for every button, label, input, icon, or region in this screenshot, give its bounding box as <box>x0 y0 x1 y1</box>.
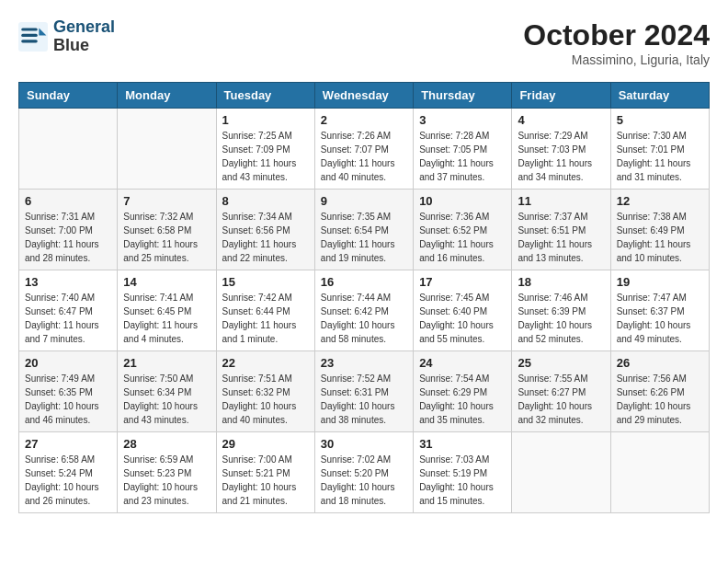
day-info: Sunrise: 7:49 AM Sunset: 6:35 PM Dayligh… <box>25 372 111 427</box>
day-info: Sunrise: 7:36 AM Sunset: 6:52 PM Dayligh… <box>419 210 506 265</box>
day-info: Sunrise: 7:40 AM Sunset: 6:47 PM Dayligh… <box>25 291 111 346</box>
day-number: 13 <box>25 275 111 289</box>
day-number: 27 <box>25 437 111 451</box>
day-info: Sunrise: 7:02 AM Sunset: 5:20 PM Dayligh… <box>321 453 407 508</box>
calendar-cell: 16Sunrise: 7:44 AM Sunset: 6:42 PM Dayli… <box>314 270 413 351</box>
calendar-cell: 20Sunrise: 7:49 AM Sunset: 6:35 PM Dayli… <box>19 351 118 432</box>
day-info: Sunrise: 7:30 AM Sunset: 7:01 PM Dayligh… <box>617 129 703 184</box>
calendar-cell: 4Sunrise: 7:29 AM Sunset: 7:03 PM Daylig… <box>512 109 610 190</box>
day-number: 20 <box>25 356 111 370</box>
weekday-header-tuesday: Tuesday <box>216 83 314 109</box>
calendar-cell <box>512 432 610 513</box>
day-number: 23 <box>321 356 407 370</box>
month-title: October 2024 <box>523 18 710 52</box>
day-number: 3 <box>419 113 506 127</box>
weekday-header-sunday: Sunday <box>19 83 118 109</box>
day-info: Sunrise: 7:44 AM Sunset: 6:42 PM Dayligh… <box>321 291 407 346</box>
day-number: 26 <box>617 356 703 370</box>
day-number: 6 <box>25 194 111 208</box>
day-info: Sunrise: 7:42 AM Sunset: 6:44 PM Dayligh… <box>222 291 309 346</box>
day-info: Sunrise: 7:37 AM Sunset: 6:51 PM Dayligh… <box>518 210 604 265</box>
svg-rect-2 <box>21 28 38 30</box>
calendar-cell: 13Sunrise: 7:40 AM Sunset: 6:47 PM Dayli… <box>19 270 118 351</box>
calendar-cell: 24Sunrise: 7:54 AM Sunset: 6:29 PM Dayli… <box>414 351 512 432</box>
calendar-cell: 5Sunrise: 7:30 AM Sunset: 7:01 PM Daylig… <box>610 109 709 190</box>
day-info: Sunrise: 7:03 AM Sunset: 5:19 PM Dayligh… <box>419 453 506 508</box>
day-info: Sunrise: 7:00 AM Sunset: 5:21 PM Dayligh… <box>222 453 309 508</box>
weekday-header-row: SundayMondayTuesdayWednesdayThursdayFrid… <box>19 83 710 109</box>
day-number: 8 <box>222 194 309 208</box>
calendar-week-2: 6Sunrise: 7:31 AM Sunset: 7:00 PM Daylig… <box>19 190 710 270</box>
calendar-week-4: 20Sunrise: 7:49 AM Sunset: 6:35 PM Dayli… <box>19 351 710 432</box>
day-number: 4 <box>518 113 604 127</box>
calendar-cell: 7Sunrise: 7:32 AM Sunset: 6:58 PM Daylig… <box>118 190 216 270</box>
calendar-table: SundayMondayTuesdayWednesdayThursdayFrid… <box>18 82 710 513</box>
logo-icon <box>18 22 48 52</box>
day-number: 17 <box>419 275 506 289</box>
day-info: Sunrise: 7:47 AM Sunset: 6:37 PM Dayligh… <box>617 291 703 346</box>
calendar-cell: 27Sunrise: 6:58 AM Sunset: 5:24 PM Dayli… <box>19 432 118 513</box>
day-info: Sunrise: 7:46 AM Sunset: 6:39 PM Dayligh… <box>518 291 604 346</box>
day-info: Sunrise: 7:52 AM Sunset: 6:31 PM Dayligh… <box>321 372 407 427</box>
day-number: 2 <box>321 113 407 127</box>
calendar-cell: 9Sunrise: 7:35 AM Sunset: 6:54 PM Daylig… <box>314 190 413 270</box>
day-number: 19 <box>617 275 703 289</box>
calendar-cell: 14Sunrise: 7:41 AM Sunset: 6:45 PM Dayli… <box>118 270 216 351</box>
calendar-cell: 19Sunrise: 7:47 AM Sunset: 6:37 PM Dayli… <box>610 270 709 351</box>
weekday-header-saturday: Saturday <box>610 83 709 109</box>
day-number: 22 <box>222 356 309 370</box>
calendar-cell: 30Sunrise: 7:02 AM Sunset: 5:20 PM Dayli… <box>314 432 413 513</box>
day-number: 1 <box>222 113 309 127</box>
calendar-cell: 31Sunrise: 7:03 AM Sunset: 5:19 PM Dayli… <box>414 432 512 513</box>
calendar-cell: 28Sunrise: 6:59 AM Sunset: 5:23 PM Dayli… <box>118 432 216 513</box>
weekday-header-friday: Friday <box>512 83 610 109</box>
day-info: Sunrise: 7:50 AM Sunset: 6:34 PM Dayligh… <box>123 372 210 427</box>
calendar-cell: 6Sunrise: 7:31 AM Sunset: 7:00 PM Daylig… <box>19 190 118 270</box>
calendar-week-3: 13Sunrise: 7:40 AM Sunset: 6:47 PM Dayli… <box>19 270 710 351</box>
page-header: General Blue October 2024 Massimino, Lig… <box>18 18 710 67</box>
calendar-cell <box>19 109 118 190</box>
day-number: 14 <box>123 275 210 289</box>
calendar-cell: 3Sunrise: 7:28 AM Sunset: 7:05 PM Daylig… <box>414 109 512 190</box>
calendar-cell: 29Sunrise: 7:00 AM Sunset: 5:21 PM Dayli… <box>216 432 314 513</box>
weekday-header-thursday: Thursday <box>414 83 512 109</box>
day-number: 31 <box>419 437 506 451</box>
day-info: Sunrise: 6:58 AM Sunset: 5:24 PM Dayligh… <box>25 453 111 508</box>
day-number: 10 <box>419 194 506 208</box>
day-info: Sunrise: 7:38 AM Sunset: 6:49 PM Dayligh… <box>617 210 703 265</box>
day-info: Sunrise: 7:56 AM Sunset: 6:26 PM Dayligh… <box>617 372 703 427</box>
calendar-cell: 18Sunrise: 7:46 AM Sunset: 6:39 PM Dayli… <box>512 270 610 351</box>
day-number: 25 <box>518 356 604 370</box>
calendar-week-5: 27Sunrise: 6:58 AM Sunset: 5:24 PM Dayli… <box>19 432 710 513</box>
calendar-cell: 23Sunrise: 7:52 AM Sunset: 6:31 PM Dayli… <box>314 351 413 432</box>
logo: General Blue <box>18 18 115 55</box>
day-number: 21 <box>123 356 210 370</box>
calendar-cell: 22Sunrise: 7:51 AM Sunset: 6:32 PM Dayli… <box>216 351 314 432</box>
day-number: 29 <box>222 437 309 451</box>
logo-text: General Blue <box>53 18 115 55</box>
day-number: 5 <box>617 113 703 127</box>
day-info: Sunrise: 7:34 AM Sunset: 6:56 PM Dayligh… <box>222 210 309 265</box>
calendar-week-1: 1Sunrise: 7:25 AM Sunset: 7:09 PM Daylig… <box>19 109 710 190</box>
day-number: 15 <box>222 275 309 289</box>
svg-rect-4 <box>21 40 38 42</box>
calendar-cell: 25Sunrise: 7:55 AM Sunset: 6:27 PM Dayli… <box>512 351 610 432</box>
day-info: Sunrise: 7:29 AM Sunset: 7:03 PM Dayligh… <box>518 129 604 184</box>
day-info: Sunrise: 7:28 AM Sunset: 7:05 PM Dayligh… <box>419 129 506 184</box>
day-info: Sunrise: 6:59 AM Sunset: 5:23 PM Dayligh… <box>123 453 210 508</box>
day-info: Sunrise: 7:25 AM Sunset: 7:09 PM Dayligh… <box>222 129 309 184</box>
logo-line1: General <box>53 17 115 36</box>
calendar-cell <box>610 432 709 513</box>
day-number: 18 <box>518 275 604 289</box>
svg-rect-3 <box>21 34 38 37</box>
calendar-cell: 11Sunrise: 7:37 AM Sunset: 6:51 PM Dayli… <box>512 190 610 270</box>
calendar-cell: 10Sunrise: 7:36 AM Sunset: 6:52 PM Dayli… <box>414 190 512 270</box>
day-number: 12 <box>617 194 703 208</box>
day-number: 24 <box>419 356 506 370</box>
day-info: Sunrise: 7:31 AM Sunset: 7:00 PM Dayligh… <box>25 210 111 265</box>
location-subtitle: Massimino, Liguria, Italy <box>523 52 710 67</box>
calendar-cell: 15Sunrise: 7:42 AM Sunset: 6:44 PM Dayli… <box>216 270 314 351</box>
calendar-cell: 26Sunrise: 7:56 AM Sunset: 6:26 PM Dayli… <box>610 351 709 432</box>
weekday-header-monday: Monday <box>118 83 216 109</box>
day-number: 16 <box>321 275 407 289</box>
